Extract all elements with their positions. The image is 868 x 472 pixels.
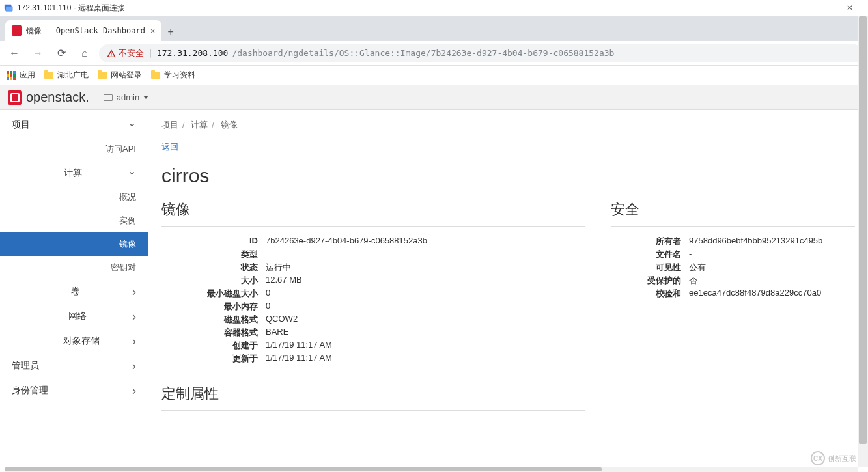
reload-button[interactable]: ⟳ [52,44,70,62]
project-icon [104,94,113,101]
image-diskfmt-value: QCOW2 [266,314,585,326]
chevron-right-icon [132,385,136,396]
sidebar-item-keypairs[interactable]: 密钥对 [0,256,148,279]
rdp-titlebar: 172.31.101.110 - 远程桌面连接 ― ☐ ✕ [0,0,868,16]
chevron-right-icon [132,286,136,298]
chevron-right-icon [132,311,136,322]
openstack-topbar: openstack. admin [0,85,868,110]
page-title: cirros [161,165,855,187]
sidebar-item-images[interactable]: 镜像 [0,232,148,256]
section-heading-custom: 定制属性 [161,384,585,411]
breadcrumb-compute[interactable]: 计算 [191,120,208,130]
image-status-value: 运行中 [266,262,585,273]
folder-icon [44,72,53,79]
insecure-warning: 不安全 [107,48,144,59]
url-path: /dashboard/ngdetails/OS::Glance::Image/7… [232,48,614,58]
new-tab-button[interactable]: + [161,23,180,41]
sidebar: 项目 访问API 计算 概况 实例 镜像 密钥对 卷 网络 对象存储 管理员 身… [0,110,148,472]
security-filename-value: - [689,249,855,260]
sidebar-item-access-api[interactable]: 访问API [0,137,148,161]
image-type-value [266,249,585,260]
image-updated-value: 1/17/19 11:17 AM [266,353,585,365]
address-bar[interactable]: 不安全 | 172.31.208.100/dashboard/ngdetails… [99,44,863,62]
maximize-button[interactable]: ☐ [807,0,835,16]
security-protected-value: 否 [689,275,855,286]
security-owner-value: 9758dd96bebf4bbb95213291c495b [689,236,855,247]
folder-icon [98,72,107,79]
home-button[interactable]: ⌂ [76,44,94,62]
breadcrumb-images[interactable]: 镜像 [221,120,238,130]
sidebar-item-instances[interactable]: 实例 [0,209,148,232]
folder-icon [151,72,160,79]
vertical-scrollbar[interactable] [858,16,868,467]
breadcrumb: 项目/ 计算/ 镜像 [161,119,855,131]
sidebar-item-identity[interactable]: 身份管理 [0,378,148,403]
chevron-right-icon [132,335,136,347]
sidebar-item-admin[interactable]: 管理员 [0,354,148,378]
apps-shortcut[interactable]: 应用 [7,70,35,81]
breadcrumb-project[interactable]: 项目 [161,120,178,130]
url-host: 172.31.208.100 [157,48,229,58]
chevron-down-icon [128,168,136,178]
warning-triangle-icon [107,49,116,58]
rdp-title: 172.31.101.110 - 远程桌面连接 [17,3,125,14]
tab-close-icon[interactable]: ✕ [145,26,155,35]
sidebar-item-project[interactable]: 项目 [0,113,148,137]
sidebar-item-volumes[interactable]: 卷 [0,279,148,304]
minimize-button[interactable]: ― [778,0,807,16]
watermark: CX 创新互联 [811,451,856,465]
scrollbar-thumb[interactable] [859,16,867,444]
close-button[interactable]: ✕ [835,0,864,16]
image-contfmt-value: BARE [266,327,585,339]
bookmarks-bar: 应用 湖北广电 网站登录 学习资料 [0,66,868,85]
main-content: 项目/ 计算/ 镜像 返回 cirros 镜像 ID7b24263e-d927-… [148,110,868,472]
back-link[interactable]: 返回 [161,141,178,153]
image-created-value: 1/17/19 11:17 AM [266,340,585,352]
sidebar-item-compute[interactable]: 计算 [0,161,148,186]
browser-toolbar: ← → ⟳ ⌂ 不安全 | 172.31.208.100/dashboard/n… [0,41,868,66]
chevron-right-icon [132,360,136,372]
apps-grid-icon [7,71,16,80]
openstack-favicon-icon [12,25,22,36]
chevron-down-icon [128,120,136,130]
bookmark-folder[interactable]: 学习资料 [151,70,195,81]
watermark-logo-icon: CX [811,451,825,465]
project-selector[interactable]: admin [104,92,148,102]
browser-tab-strip: 镜像 - OpenStack Dashboard ✕ + [0,16,868,41]
forward-button[interactable]: → [29,44,47,62]
browser-tab[interactable]: 镜像 - OpenStack Dashboard ✕ [5,20,161,41]
image-size-value: 12.67 MB [266,275,585,286]
section-heading-security: 安全 [611,200,855,227]
sidebar-item-network[interactable]: 网络 [0,304,148,329]
rdp-icon [4,3,13,12]
sidebar-item-object-storage[interactable]: 对象存储 [0,329,148,354]
image-id-value: 7b24263e-d927-4b04-b679-c06588152a3b [266,236,585,247]
back-button[interactable]: ← [5,44,23,62]
security-visibility-value: 公有 [689,262,855,273]
security-checksum-value: ee1eca47dc88f4879d8a229cc70a0 [689,288,855,299]
bookmark-folder[interactable]: 湖北广电 [44,70,89,81]
image-mindisk-value: 0 [266,288,585,299]
svg-rect-1 [6,6,13,11]
bookmark-folder[interactable]: 网站登录 [98,70,142,81]
openstack-logo-icon [8,90,22,105]
image-minram-value: 0 [266,301,585,312]
sidebar-item-overview[interactable]: 概况 [0,186,148,209]
caret-down-icon [143,96,148,99]
openstack-logo[interactable]: openstack. [8,90,89,105]
section-heading-image: 镜像 [161,200,585,227]
horizontal-scrollbar[interactable] [5,467,858,472]
scrollbar-thumb[interactable] [5,467,602,471]
tab-title: 镜像 - OpenStack Dashboard [26,25,145,36]
